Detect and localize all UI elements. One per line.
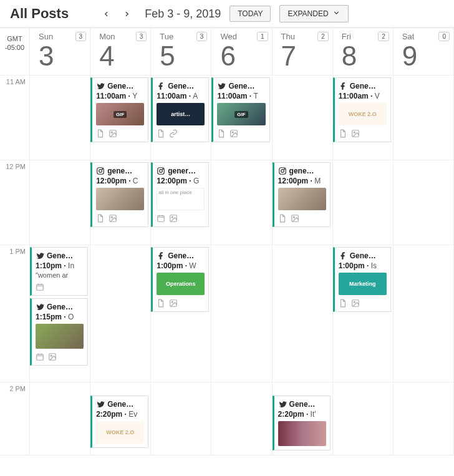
- calendar-slot[interactable]: Gene… 11:00am · V WOKE 2.O: [333, 75, 394, 160]
- calendar-slot[interactable]: [30, 75, 90, 160]
- post-thumbnail: [36, 324, 84, 349]
- post-card[interactable]: Gene… 1:00pm · Is Marketing: [333, 247, 391, 312]
- calendar-slot[interactable]: [151, 382, 211, 455]
- post-count-badge: 3: [75, 32, 87, 41]
- image-icon: [109, 214, 117, 223]
- today-button[interactable]: TODAY: [229, 6, 271, 22]
- document-icon: [157, 129, 165, 138]
- day-header-tue[interactable]: Tue 5 3: [151, 28, 211, 75]
- post-card[interactable]: gene… 12:00pm · C: [90, 162, 148, 227]
- calendar-slot[interactable]: Gene… 1:00pm · Is Marketing: [333, 245, 394, 382]
- post-card[interactable]: Gene… 11:00am · Y GIF: [90, 77, 148, 142]
- post-account: Gene…: [107, 82, 133, 90]
- post-card[interactable]: Gene… 11:00am · A artist…: [151, 77, 209, 142]
- document-icon: [96, 129, 105, 138]
- image-icon: [229, 129, 238, 138]
- post-card[interactable]: gene… 12:00pm · M: [273, 162, 331, 227]
- link-icon: [169, 129, 178, 138]
- post-thumbnail: GIF: [217, 103, 265, 125]
- day-header-wed[interactable]: Wed 6 1: [211, 28, 272, 75]
- calendar-slot[interactable]: gener… 12:00pm · G all in one place: [151, 160, 211, 245]
- svg-rect-23: [37, 354, 44, 360]
- calendar-slot[interactable]: [211, 245, 272, 382]
- day-header-thu[interactable]: Thu 7 2: [273, 28, 333, 75]
- svg-point-29: [354, 301, 355, 303]
- post-card[interactable]: Gene… 1:00pm · W Operations: [151, 247, 209, 312]
- svg-point-16: [171, 216, 173, 218]
- calendar-slot[interactable]: [394, 382, 454, 455]
- document-icon: [157, 299, 165, 308]
- post-thumbnail: [278, 188, 326, 210]
- calendar-slot[interactable]: [394, 160, 454, 245]
- twitter-icon: [36, 303, 44, 311]
- document-icon: [278, 214, 287, 223]
- calendar-slot[interactable]: [211, 160, 272, 245]
- calendar-slot[interactable]: [333, 160, 394, 245]
- calendar-icon: [36, 352, 44, 361]
- day-header-sat[interactable]: Sat 9 0: [394, 28, 454, 75]
- hour-label: 11 AM: [0, 75, 30, 160]
- post-thumbnail: GIF: [96, 103, 144, 125]
- svg-point-27: [171, 301, 173, 303]
- twitter-icon: [217, 82, 226, 90]
- day-number: 3: [39, 42, 86, 70]
- calendar-slot[interactable]: Gene… 1:00pm · W Operations: [151, 245, 211, 382]
- post-thumbnail: artist…: [157, 103, 205, 125]
- svg-point-10: [111, 216, 112, 218]
- day-header-sun[interactable]: Sun 3 3: [30, 28, 90, 75]
- instagram-icon: [157, 167, 165, 175]
- calendar-slot[interactable]: gene… 12:00pm · M: [273, 160, 333, 245]
- day-header-mon[interactable]: Mon 4 3: [90, 28, 151, 75]
- svg-rect-22: [37, 284, 44, 290]
- calendar-slot[interactable]: [273, 245, 333, 382]
- calendar-slot[interactable]: [394, 245, 454, 382]
- calendar-slot[interactable]: [333, 382, 394, 455]
- post-card[interactable]: Gene… 2:20pm · It': [273, 396, 331, 450]
- image-icon: [351, 129, 360, 138]
- post-card[interactable]: Gene… 11:00am · V WOKE 2.O: [333, 77, 391, 142]
- calendar-slot[interactable]: Gene… 2:20pm · It': [273, 382, 333, 455]
- post-thumbnail: [278, 421, 326, 446]
- post-thumbnail: WOKE 2.O: [96, 421, 144, 444]
- view-mode-select[interactable]: EXPANDED: [279, 5, 348, 22]
- day-header-fri[interactable]: Fri 8 2: [333, 28, 394, 75]
- calendar-slot[interactable]: [90, 245, 151, 382]
- next-week-button[interactable]: [123, 10, 131, 18]
- calendar-slot[interactable]: Gene… 11:00am · Y GIF: [90, 75, 151, 160]
- facebook-icon: [339, 251, 347, 260]
- calendar-slot[interactable]: [394, 75, 454, 160]
- page-title: All Posts: [10, 6, 69, 22]
- twitter-icon: [36, 251, 44, 260]
- image-icon: [48, 352, 57, 361]
- svg-rect-14: [158, 216, 165, 221]
- facebook-icon: [157, 251, 165, 260]
- date-range-label: Feb 3 - 9, 2019: [145, 7, 221, 21]
- twitter-icon: [278, 400, 287, 409]
- view-mode-label: EXPANDED: [287, 9, 328, 18]
- svg-point-7: [99, 170, 102, 173]
- svg-point-21: [293, 216, 294, 218]
- instagram-icon: [278, 167, 287, 175]
- calendar-slot[interactable]: Gene… 1:10pm · In "women ar Gene… 1:15pm…: [30, 245, 90, 382]
- calendar-slot[interactable]: Gene… 11:00am · A artist…: [151, 75, 211, 160]
- svg-point-1: [111, 132, 112, 133]
- post-card[interactable]: Gene… 2:20pm · Ev WOKE 2.O: [90, 396, 148, 448]
- prev-week-button[interactable]: [102, 10, 110, 18]
- post-excerpt: "women ar: [36, 271, 84, 279]
- calendar-slot[interactable]: [30, 160, 90, 245]
- calendar-slot[interactable]: [30, 382, 90, 455]
- svg-point-12: [160, 170, 163, 173]
- calendar-slot[interactable]: Gene… 11:00am · T GIF: [211, 75, 272, 160]
- calendar-icon: [157, 214, 165, 223]
- post-card[interactable]: Gene… 1:15pm · O: [30, 298, 88, 366]
- document-icon: [96, 214, 105, 223]
- calendar-slot[interactable]: Gene… 2:20pm · Ev WOKE 2.O: [90, 382, 151, 455]
- calendar-slot[interactable]: [211, 382, 272, 455]
- hour-label: 1 PM: [0, 245, 30, 382]
- calendar-slot[interactable]: [273, 75, 333, 160]
- post-card[interactable]: Gene… 11:00am · T GIF: [211, 77, 269, 142]
- calendar-slot[interactable]: gene… 12:00pm · C: [90, 160, 151, 245]
- post-card[interactable]: Gene… 1:10pm · In "women ar: [30, 247, 88, 296]
- svg-point-5: [354, 132, 355, 133]
- post-card[interactable]: gener… 12:00pm · G all in one place: [151, 162, 209, 227]
